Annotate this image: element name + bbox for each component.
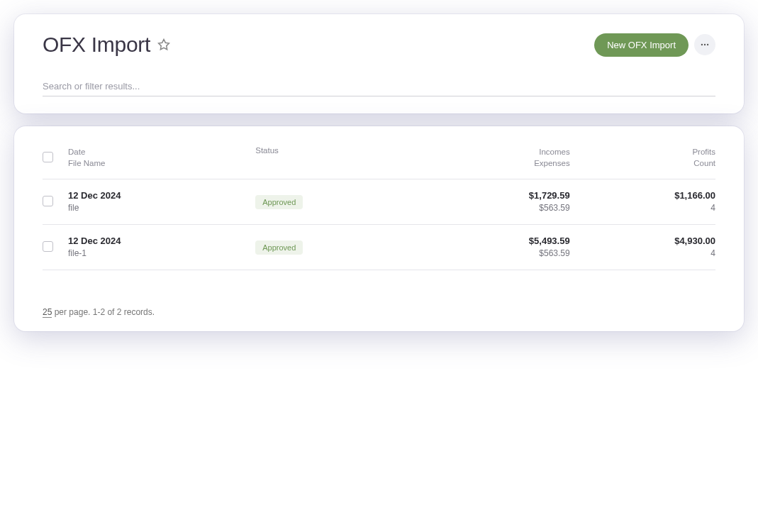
row-date: 12 Dec 2024 [68, 189, 255, 202]
column-date: Date [68, 146, 255, 157]
header-card: OFX Import New OFX Import [14, 14, 744, 113]
search-input[interactable] [43, 78, 715, 94]
row-filename: file-1 [68, 248, 255, 260]
pagination-text: per page. 1-2 of 2 records. [52, 307, 155, 317]
row-profits: $4,930.00 [674, 235, 715, 248]
table-row[interactable]: 12 Dec 2024 file Approved $1,729.59 $563… [43, 179, 715, 225]
row-count: 4 [710, 202, 715, 214]
row-expenses: $563.59 [539, 248, 569, 260]
svg-point-0 [701, 44, 703, 45]
column-count: Count [693, 157, 715, 169]
column-profits: Profits [692, 146, 715, 157]
dots-icon [700, 40, 710, 50]
more-actions-button[interactable] [694, 34, 715, 55]
pagination-summary: 25 per page. 1-2 of 2 records. [43, 307, 715, 317]
status-badge: Approved [255, 240, 303, 255]
select-all-checkbox[interactable] [43, 152, 53, 162]
column-incomes: Incomes [539, 146, 569, 157]
column-status: Status [255, 146, 279, 155]
per-page-selector[interactable]: 25 [43, 307, 52, 318]
row-incomes: $1,729.59 [529, 189, 570, 202]
new-ofx-import-button[interactable]: New OFX Import [594, 33, 689, 57]
row-count: 4 [710, 248, 715, 260]
row-incomes: $5,493.59 [529, 235, 570, 248]
svg-point-2 [707, 44, 708, 45]
row-expenses: $563.59 [539, 202, 569, 214]
row-checkbox[interactable] [43, 241, 53, 252]
row-date: 12 Dec 2024 [68, 235, 255, 248]
svg-point-1 [704, 44, 706, 45]
row-checkbox[interactable] [43, 196, 53, 206]
star-icon[interactable] [157, 38, 170, 51]
column-expenses: Expenses [534, 157, 570, 169]
row-profits: $1,166.00 [674, 189, 715, 202]
column-filename: File Name [68, 157, 255, 169]
table-row[interactable]: 12 Dec 2024 file-1 Approved $5,493.59 $5… [43, 225, 715, 270]
page-title: OFX Import [43, 33, 150, 57]
row-filename: file [68, 202, 255, 214]
ofx-import-table: Date File Name Status Incomes Expenses [43, 140, 715, 270]
status-badge: Approved [255, 195, 303, 209]
table-card: Date File Name Status Incomes Expenses [14, 126, 744, 331]
